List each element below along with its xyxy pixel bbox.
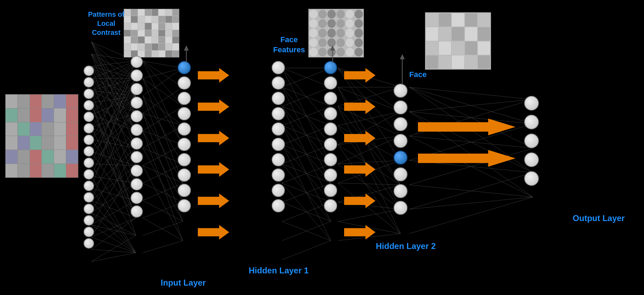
svg-line-55 bbox=[91, 164, 136, 235]
svg-line-107 bbox=[143, 166, 183, 183]
svg-line-141 bbox=[282, 183, 331, 202]
neuron bbox=[324, 199, 337, 212]
svg-line-101 bbox=[143, 131, 183, 202]
neuron bbox=[131, 124, 143, 136]
svg-line-194 bbox=[409, 173, 533, 209]
svg-line-68 bbox=[91, 131, 136, 213]
neuron bbox=[84, 66, 94, 76]
neuron bbox=[178, 199, 191, 212]
svg-line-143 bbox=[282, 183, 331, 202]
orange-arrow-large bbox=[418, 119, 515, 135]
neuron bbox=[324, 122, 337, 136]
svg-line-112 bbox=[143, 201, 183, 221]
label-output: Output Layer bbox=[553, 213, 644, 224]
svg-marker-198 bbox=[184, 45, 189, 51]
svg-marker-202 bbox=[400, 54, 405, 59]
svg-line-119 bbox=[282, 68, 331, 126]
svg-line-115 bbox=[143, 221, 183, 235]
svg-line-66 bbox=[91, 201, 136, 218]
arrow-11 bbox=[344, 194, 375, 208]
neuron bbox=[272, 122, 285, 136]
svg-line-93 bbox=[143, 96, 183, 164]
arrow-12 bbox=[344, 225, 375, 240]
neuron bbox=[324, 92, 337, 105]
svg-line-99 bbox=[143, 106, 183, 131]
svg-line-131 bbox=[282, 126, 331, 183]
neuron bbox=[178, 122, 191, 136]
label-face: Face bbox=[404, 70, 432, 80]
neuron bbox=[272, 92, 285, 105]
svg-line-25 bbox=[91, 78, 136, 91]
neuron bbox=[324, 184, 337, 197]
svg-line-121 bbox=[282, 68, 331, 87]
svg-line-15 bbox=[91, 66, 136, 113]
neuron bbox=[394, 100, 408, 114]
svg-line-176 bbox=[338, 209, 401, 221]
svg-line-181 bbox=[409, 87, 533, 148]
svg-line-98 bbox=[143, 113, 183, 221]
svg-line-97 bbox=[143, 113, 183, 183]
neuron bbox=[131, 97, 143, 109]
neuron bbox=[324, 153, 337, 166]
neuron bbox=[524, 96, 539, 111]
neuron bbox=[178, 92, 191, 105]
svg-line-130 bbox=[282, 126, 331, 145]
svg-line-87 bbox=[143, 68, 183, 78]
neuron bbox=[524, 171, 539, 186]
label-hidden2: Hidden Layer 2 bbox=[366, 241, 446, 251]
svg-line-127 bbox=[282, 106, 331, 164]
svg-line-85 bbox=[143, 61, 183, 106]
svg-line-56 bbox=[91, 78, 136, 176]
neuron bbox=[324, 138, 337, 151]
svg-line-80 bbox=[91, 249, 136, 253]
svg-line-28 bbox=[91, 91, 136, 148]
svg-line-118 bbox=[282, 68, 331, 87]
svg-line-139 bbox=[282, 164, 331, 221]
orange-arrow bbox=[198, 225, 229, 240]
svg-line-39 bbox=[91, 115, 136, 183]
svg-line-60 bbox=[91, 61, 136, 188]
svg-line-81 bbox=[91, 235, 136, 262]
svg-line-134 bbox=[282, 145, 331, 164]
orange-arrow bbox=[344, 99, 375, 114]
svg-line-82 bbox=[91, 253, 136, 262]
svg-line-114 bbox=[143, 218, 183, 241]
svg-line-51 bbox=[91, 152, 136, 218]
svg-line-129 bbox=[282, 106, 331, 126]
svg-line-20 bbox=[91, 78, 136, 96]
svg-marker-200 bbox=[330, 45, 335, 51]
neuron bbox=[84, 204, 94, 214]
svg-line-126 bbox=[282, 106, 331, 126]
svg-line-13 bbox=[91, 66, 136, 78]
svg-line-92 bbox=[143, 96, 183, 126]
svg-line-125 bbox=[282, 87, 331, 106]
svg-line-21 bbox=[91, 78, 136, 113]
neuron bbox=[178, 76, 191, 90]
neuron bbox=[84, 215, 94, 226]
svg-line-148 bbox=[282, 241, 331, 260]
svg-line-120 bbox=[282, 68, 331, 164]
label-hidden1: Hidden Layer 1 bbox=[244, 265, 313, 276]
neuron bbox=[84, 146, 94, 157]
svg-line-42 bbox=[91, 127, 136, 148]
svg-line-10 bbox=[91, 54, 136, 131]
label-input-layer: Input Layer bbox=[143, 277, 223, 288]
svg-line-26 bbox=[91, 91, 136, 96]
up-arrow-patterns bbox=[183, 45, 190, 65]
svg-line-196 bbox=[409, 197, 533, 234]
arrow-5 bbox=[198, 194, 229, 208]
neuron bbox=[84, 158, 94, 168]
svg-line-32 bbox=[91, 103, 136, 131]
input-image bbox=[5, 94, 78, 178]
neuron bbox=[394, 117, 408, 131]
svg-line-8 bbox=[91, 54, 136, 96]
svg-line-9 bbox=[91, 54, 136, 113]
orange-arrow bbox=[344, 68, 375, 83]
svg-line-63 bbox=[91, 188, 136, 253]
label-patterns: Patterns of Local Contrast bbox=[84, 10, 129, 37]
blue-neuron bbox=[394, 151, 408, 165]
svg-line-132 bbox=[282, 126, 331, 221]
svg-line-47 bbox=[91, 139, 136, 201]
svg-line-62 bbox=[91, 188, 136, 201]
orange-arrow bbox=[198, 194, 229, 208]
